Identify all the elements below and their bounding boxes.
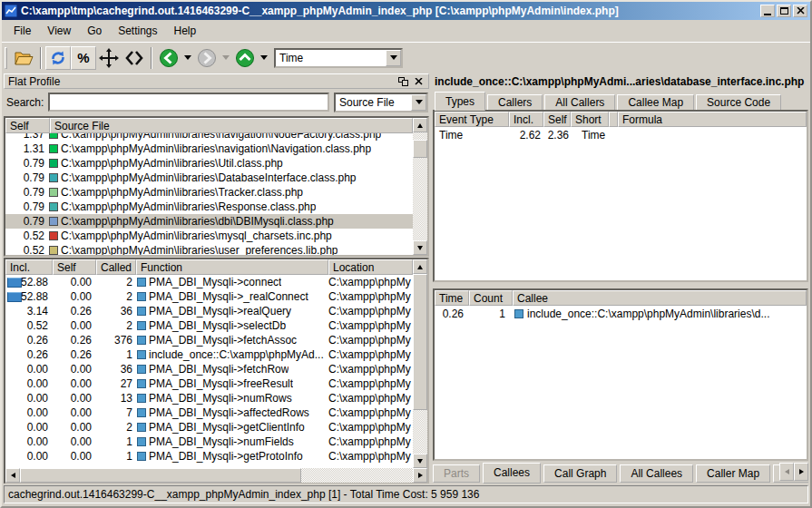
column-header-called[interactable]: Called — [96, 259, 136, 275]
menu-file[interactable]: File — [5, 22, 39, 40]
scroll-up-button[interactable] — [413, 259, 427, 274]
tab-parts[interactable]: Parts — [433, 464, 480, 483]
table-row[interactable]: 0.000.0027PMA_DBI_Mysqli->freeResultC:\x… — [5, 376, 413, 391]
column-header-location[interactable]: Location — [328, 259, 413, 275]
column-header-time[interactable]: Time — [435, 290, 469, 306]
dock-float-button[interactable] — [396, 76, 409, 87]
function-list-hscrollbar[interactable] — [5, 468, 427, 483]
table-row[interactable]: 0.520.002PMA_DBI_Mysqli->selectDbC:\xamp… — [5, 318, 413, 333]
cell-source-file: C:\xampp\phpMyAdmin\libraries\DatabaseIn… — [61, 171, 357, 184]
column-header-source-file[interactable]: Source File — [50, 118, 413, 133]
dock-windows-button[interactable] — [96, 45, 122, 71]
column-header-self[interactable]: Self — [543, 112, 571, 127]
forward-dropdown[interactable] — [220, 46, 232, 70]
tab-scroll-left-button[interactable] — [779, 463, 794, 481]
scroll-up-button[interactable] — [413, 118, 427, 132]
reload-icon — [49, 49, 67, 67]
table-row[interactable]: 0.260.261include_once::C:\xampp\phpMyAd.… — [5, 347, 413, 362]
table-row[interactable]: 0.261include_once::C:\xampp\phpMyAdmin\l… — [435, 306, 807, 321]
tab-all-callers[interactable]: All Callers — [544, 94, 615, 110]
column-header-formula[interactable]: Formula — [618, 112, 807, 127]
source-list-scrollbar[interactable] — [413, 118, 427, 255]
table-row[interactable]: 0.000.0036PMA_DBI_Mysqli->fetchRowC:\xam… — [5, 362, 413, 376]
menu-help[interactable]: Help — [166, 22, 205, 40]
dock-header[interactable]: Flat Profile — [4, 73, 429, 89]
table-row[interactable]: 0.000.002PMA_DBI_Mysqli->getClientInfoC:… — [5, 420, 413, 435]
table-row[interactable]: 0.79C:\xampp\phpMyAdmin\libraries\Util.c… — [5, 156, 413, 171]
table-row[interactable]: 0.000.0013PMA_DBI_Mysqli->numRowsC:\xamp… — [5, 391, 413, 405]
up-button[interactable] — [232, 45, 258, 71]
table-row[interactable]: 0.000.001PMA_DBI_Mysqli->getProtoInfoC:\… — [5, 449, 413, 464]
back-button[interactable] — [156, 45, 181, 71]
function-icon — [137, 350, 146, 359]
column-header-incl[interactable]: Incl. — [509, 112, 543, 127]
table-row[interactable]: 52.880.002PMA_DBI_Mysqli->connectC:\xamp… — [5, 275, 413, 289]
group-color-icon — [49, 202, 58, 211]
tab-scroll-right-button[interactable] — [794, 463, 808, 481]
maximize-button[interactable] — [777, 5, 791, 17]
column-header-blank[interactable] — [609, 112, 618, 127]
scroll-right-button[interactable] — [413, 468, 427, 483]
scroll-down-button[interactable] — [413, 240, 427, 255]
tab-source-code[interactable]: Source Code — [696, 94, 781, 110]
function-list-scrollbar[interactable] — [413, 259, 427, 468]
table-row[interactable]: 1.31C:\xampp\phpMyAdmin\libraries\naviga… — [5, 142, 413, 156]
table-row[interactable]: 0.000.001PMA_DBI_Mysqli->numFieldsC:\xam… — [5, 435, 413, 449]
menu-settings[interactable]: Settings — [110, 22, 165, 40]
forward-button[interactable] — [194, 45, 220, 71]
column-header-self[interactable]: Self — [5, 118, 50, 133]
combo-dropdown-button[interactable] — [386, 50, 401, 66]
back-dropdown[interactable] — [181, 46, 194, 70]
grouping-combo[interactable]: Source File — [334, 93, 428, 112]
table-row[interactable]: 0.52C:\xampp\phpMyAdmin\libraries\user_p… — [5, 243, 413, 255]
scrollbar-thumb[interactable] — [413, 140, 427, 158]
scroll-down-button[interactable] — [413, 454, 427, 468]
dock-close-button[interactable] — [412, 76, 425, 87]
table-row[interactable]: 0.79C:\xampp\phpMyAdmin\libraries\Respon… — [5, 200, 413, 214]
cell-self: 1.37 — [5, 133, 47, 141]
scrollbar-thumb[interactable] — [413, 274, 427, 410]
table-row[interactable]: 0.79C:\xampp\phpMyAdmin\libraries\Databa… — [5, 171, 413, 185]
group-color-icon — [49, 173, 58, 182]
tab-all-callees[interactable]: All Callees — [620, 464, 693, 483]
toolbar-grip[interactable] — [5, 47, 7, 69]
combo-dropdown-button[interactable] — [411, 94, 426, 111]
column-header-self[interactable]: Self — [53, 259, 96, 275]
column-header-function[interactable]: Function — [136, 259, 328, 275]
column-header-callee[interactable]: Callee — [513, 290, 807, 306]
open-file-button[interactable] — [11, 45, 36, 71]
table-row[interactable]: Time2.622.36Time — [435, 127, 807, 142]
table-row[interactable]: 1.37C:\xampp\phpMyAdmin\libraries\naviga… — [5, 133, 413, 142]
tab-call-graph[interactable]: Call Graph — [543, 464, 617, 483]
menu-view[interactable]: View — [39, 22, 79, 40]
table-row[interactable]: 0.000.007PMA_DBI_Mysqli->affectedRowsC:\… — [5, 405, 413, 420]
up-dropdown[interactable] — [258, 46, 270, 70]
menu-go[interactable]: Go — [79, 22, 110, 40]
search-input[interactable] — [48, 93, 329, 112]
function-name: PMA_DBI_Mysqli->realQuery — [149, 305, 291, 318]
table-row[interactable]: 0.260.26376PMA_DBI_Mysqli->fetchAssocC:\… — [5, 333, 413, 347]
title-bar[interactable]: C:\xampp\tmp\cachegrind.out.1416463299-C… — [2, 2, 810, 20]
table-row[interactable]: 3.140.2636PMA_DBI_Mysqli->realQueryC:\xa… — [5, 304, 413, 318]
tab-types[interactable]: Types — [435, 92, 485, 111]
column-header-incl[interactable]: Incl. — [5, 259, 53, 275]
event-type-combo[interactable]: Time — [274, 48, 403, 68]
table-row[interactable]: 0.79C:\xampp\phpMyAdmin\libraries\dbi\DB… — [5, 214, 413, 229]
reload-button[interactable] — [45, 46, 71, 70]
column-header-count[interactable]: Count — [469, 290, 513, 306]
close-button[interactable] — [793, 5, 807, 17]
tab-callers[interactable]: Callers — [487, 94, 543, 110]
relative-cost-button[interactable] — [122, 45, 147, 71]
tab-callees[interactable]: Callees — [483, 463, 541, 484]
minimize-button[interactable] — [760, 5, 775, 17]
scrollbar-thumb[interactable] — [20, 468, 301, 483]
tab-callee-map[interactable]: Callee Map — [617, 94, 694, 110]
percentage-button[interactable]: % — [71, 46, 96, 70]
table-row[interactable]: 52.880.002PMA_DBI_Mysqli->_realConnectC:… — [5, 289, 413, 304]
table-row[interactable]: 0.52C:\xampp\phpMyAdmin\libraries\mysql_… — [5, 229, 413, 243]
table-row[interactable]: 0.79C:\xampp\phpMyAdmin\libraries\Tracke… — [5, 185, 413, 200]
column-header-event-type[interactable]: Event Type — [435, 112, 509, 127]
tab-caller-map[interactable]: Caller Map — [696, 464, 770, 483]
scroll-left-button[interactable] — [5, 468, 20, 483]
column-header-short[interactable]: Short — [571, 112, 609, 127]
